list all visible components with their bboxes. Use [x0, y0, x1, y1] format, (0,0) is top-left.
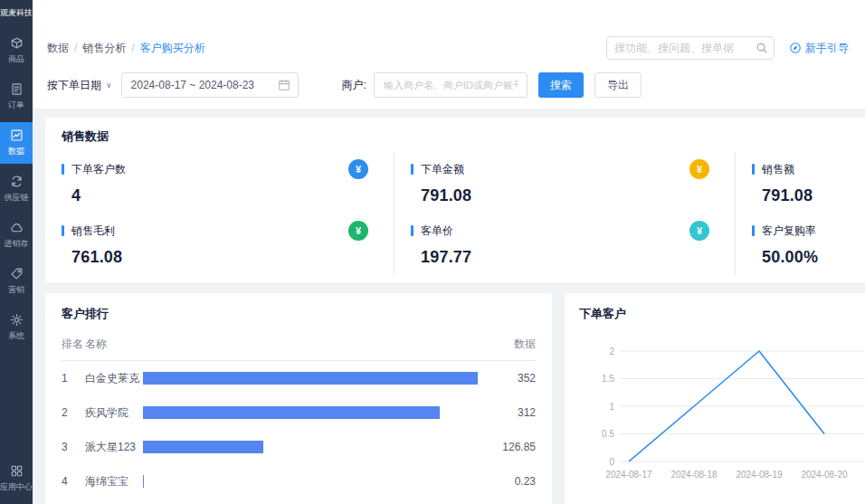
metric-accent-bar — [62, 225, 64, 236]
export-button[interactable]: 导出 — [594, 72, 642, 98]
breadcrumb-item: 客户购买分析 — [140, 41, 205, 56]
sidebar-item-label: 系统 — [8, 330, 24, 342]
line-chart: 00.511.522024-08-172024-08-182024-08-192… — [579, 326, 865, 493]
sidebar-item-label: 订单 — [8, 100, 24, 111]
sidebar-item-orders[interactable]: 订单 — [0, 76, 33, 118]
svg-text:2024-08-20: 2024-08-20 — [801, 470, 848, 480]
customer-ranking-panel: 客户排行 排名名称数据 1白金史莱克3522疾风学院3123派大星123126.… — [45, 293, 552, 504]
sidebar-item-data[interactable]: 数据 — [0, 122, 33, 164]
avg-order-value-icon: ¥ — [689, 221, 709, 241]
ranking-header: 排名名称数据 — [62, 322, 536, 361]
sidebar-item-supply-chain[interactable]: 供应链 — [0, 168, 33, 210]
supply-chain-icon — [10, 175, 24, 188]
ranking-row: 2疾风学院312 — [62, 395, 536, 430]
order-customers-chart-panel: 下单客户 00.511.522024-08-172024-08-182024-0… — [565, 293, 865, 504]
search-icon[interactable] — [756, 42, 768, 54]
metric-card: 销售毛利¥761.08 — [45, 214, 394, 275]
sales-data-panel: 销售数据 下单客户数¥4下单金额¥791.08销售额791.08销售毛利¥761… — [45, 118, 865, 282]
metric-label: 客户复购率 — [762, 223, 816, 239]
rank-value: 352 — [487, 372, 536, 385]
merchant-input[interactable] — [374, 72, 528, 98]
metric-value: 761.08 — [71, 248, 368, 267]
metric-value: 4 — [71, 186, 368, 205]
inventory-icon — [10, 221, 24, 234]
sidebar-item-inventory[interactable]: 进销存 — [0, 214, 33, 256]
date-type-select[interactable]: 按下单日期 ∨ — [47, 78, 112, 93]
breadcrumb: 数据/销售分析/客户购买分析 — [47, 41, 205, 56]
ranking-row: 3派大星123126.85 — [62, 430, 536, 464]
rank-value: 0.23 — [487, 475, 536, 488]
ranking-rows: 1白金史莱克3522疾风学院3123派大星123126.854海绵宝宝0.23 — [62, 361, 536, 499]
global-search-box[interactable] — [606, 36, 775, 60]
sidebar: 观麦科技 商品订单数据供应链进销存营销系统 应用中心 — [0, 0, 33, 504]
customer-name: 海绵宝宝 — [85, 474, 143, 490]
rank-bar — [143, 406, 440, 419]
date-range-picker[interactable] — [121, 72, 299, 98]
metric-value: 197.77 — [421, 248, 709, 267]
sidebar-item-label: 应用中心 — [0, 481, 33, 493]
metric-card: 客单价¥197.77 — [394, 214, 735, 275]
rank-number: 4 — [62, 475, 85, 488]
sidebar-item-system[interactable]: 系统 — [0, 307, 33, 348]
marketing-icon — [10, 267, 24, 281]
metric-label: 销售额 — [762, 162, 794, 177]
customer-name: 白金史莱克 — [85, 371, 143, 386]
order-customers-line-svg: 00.511.522024-08-172024-08-182024-08-192… — [579, 326, 865, 493]
date-type-label: 按下单日期 — [47, 78, 101, 93]
rank-bar-cell — [143, 406, 487, 419]
breadcrumb-item[interactable]: 销售分析 — [82, 41, 126, 56]
app-center-icon — [10, 464, 24, 478]
svg-text:2024-08-18: 2024-08-18 — [670, 470, 718, 480]
global-search-input[interactable] — [607, 42, 756, 54]
sidebar-item-goods[interactable]: 商品 — [0, 30, 33, 71]
svg-text:2024-08-17: 2024-08-17 — [605, 470, 652, 480]
chart-panel-title: 下单客户 — [579, 306, 865, 322]
sidebar-item-label: 营销 — [8, 284, 24, 296]
breadcrumb-separator: / — [131, 42, 134, 54]
calendar-icon[interactable] — [278, 79, 290, 91]
metric-accent-bar — [411, 225, 413, 236]
metrics-grid: 下单客户数¥4下单金额¥791.08销售额791.08销售毛利¥761.08客单… — [45, 152, 865, 275]
rank-bar-cell — [143, 372, 487, 385]
rank-bar-cell — [143, 475, 487, 488]
guide-icon — [789, 42, 802, 54]
data-chart-icon — [10, 128, 24, 142]
bottom-row: 客户排行 排名名称数据 1白金史莱克3522疾风学院3123派大星123126.… — [45, 293, 865, 504]
sidebar-item-label: 商品 — [8, 53, 24, 65]
search-button[interactable]: 搜索 — [538, 72, 584, 98]
ranking-row: 4海绵宝宝0.23 — [62, 464, 536, 499]
topbar-right: 新手引导 — [606, 36, 849, 60]
gross-profit-icon: ¥ — [348, 221, 368, 241]
customer-name: 派大星123 — [85, 440, 143, 455]
svg-text:2: 2 — [609, 347, 614, 357]
date-range-input[interactable] — [122, 79, 278, 91]
metric-label: 客单价 — [421, 223, 453, 239]
topbar: 数据/销售分析/客户购买分析 新手引导 — [33, 0, 865, 65]
sidebar-item-label: 数据 — [8, 146, 24, 157]
metric-value: 50.00% — [762, 248, 865, 267]
metric-accent-bar — [411, 164, 413, 175]
breadcrumb-separator: / — [74, 42, 77, 54]
sidebar-item-app-center[interactable]: 应用中心 — [0, 457, 33, 504]
metric-value: 791.08 — [421, 186, 709, 205]
guide-link-label: 新手引导 — [805, 41, 849, 56]
rank-bar-cell — [143, 441, 487, 453]
metric-accent-bar — [752, 225, 755, 236]
metric-card: 客户复购率50.00% — [735, 214, 865, 275]
metric-accent-bar — [62, 164, 64, 175]
rank-number: 2 — [62, 406, 85, 419]
metric-label: 销售毛利 — [71, 223, 115, 239]
guide-link[interactable]: 新手引导 — [789, 41, 849, 56]
metric-label: 下单客户数 — [71, 162, 126, 177]
breadcrumb-item[interactable]: 数据 — [47, 41, 69, 56]
main-area: 数据/销售分析/客户购买分析 新手引导 按下单日期 ∨ — [33, 0, 865, 504]
svg-text:0: 0 — [609, 457, 614, 467]
svg-text:2024-08-19: 2024-08-19 — [736, 470, 783, 480]
content-area: 销售数据 下单客户数¥4下单金额¥791.08销售额791.08销售毛利¥761… — [33, 109, 865, 504]
ranking-panel-title: 客户排行 — [62, 306, 536, 322]
metric-card: 销售额791.08 — [735, 152, 865, 214]
chevron-down-icon: ∨ — [106, 81, 112, 90]
filter-bar: 按下单日期 ∨ 商户: 搜索 导出 — [33, 65, 865, 109]
sidebar-item-marketing[interactable]: 营销 — [0, 261, 33, 302]
column-rank: 排名 — [62, 337, 85, 352]
